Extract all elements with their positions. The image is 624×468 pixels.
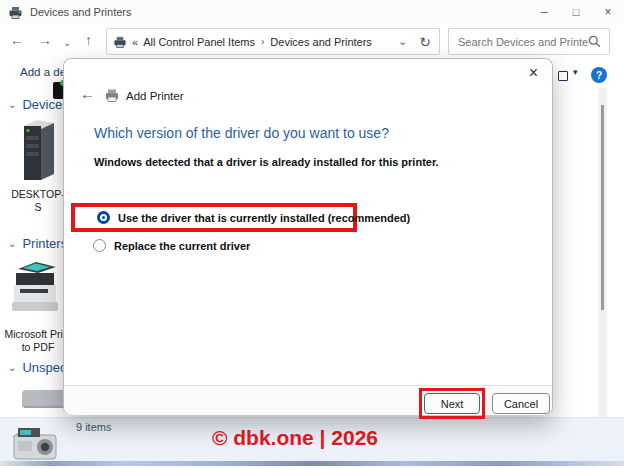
address-bar: ← → ⌄ ↑ « All Control Panel Items › Devi… [0, 24, 624, 58]
dialog-description: Windows detected that a driver is alread… [94, 156, 439, 168]
breadcrumb-collapse-icon[interactable]: « [132, 36, 138, 48]
radio-use-current-driver[interactable] [97, 211, 110, 224]
vertical-scrollbar[interactable] [598, 88, 607, 418]
next-button[interactable]: Next [424, 393, 480, 414]
radio-replace-driver[interactable] [93, 239, 106, 252]
breadcrumb-separator-icon: › [261, 36, 264, 47]
option-replace-driver-row: Replace the current driver [93, 239, 250, 252]
chevron-down-icon: ⌄ [8, 362, 16, 373]
unspecified-device-icon[interactable] [22, 390, 68, 408]
address-box[interactable]: « All Control Panel Items › Devices and … [106, 28, 440, 55]
chevron-down-icon: ⌄ [8, 238, 16, 249]
breadcrumb-devices-and-printers[interactable]: Devices and Printers [270, 36, 372, 48]
maximize-button[interactable]: □ [560, 0, 592, 24]
section-devices[interactable]: ⌄ Devices [8, 97, 69, 112]
search-box[interactable] [448, 28, 610, 55]
cancel-button[interactable]: Cancel [492, 393, 550, 414]
recent-pages-dropdown-icon[interactable]: ⌄ [63, 34, 71, 52]
section-printers[interactable]: ⌄ Printers [8, 236, 67, 251]
forward-icon[interactable]: → [38, 31, 52, 49]
section-devices-label: Devices [22, 97, 68, 112]
chevron-down-icon: ⌄ [8, 99, 16, 110]
devices-and-printers-app-icon [8, 5, 23, 20]
option-replace-driver-label[interactable]: Replace the current driver [114, 240, 250, 252]
desktop-wallpaper-strip [0, 461, 624, 466]
option-use-current-driver-highlight: Use the driver that is currently install… [71, 203, 357, 232]
dialog-title: Add Printer [126, 90, 184, 102]
scrollbar-thumb[interactable] [601, 105, 604, 310]
window-title: Devices and Printers [30, 6, 132, 18]
dialog-back-icon[interactable]: ← [80, 85, 95, 102]
dialog-close-icon[interactable]: × [529, 64, 538, 82]
status-bar: 9 items © dbk.one | 2026 [0, 417, 624, 461]
address-dropdown-icon[interactable]: ⌄ [398, 35, 407, 48]
view-options-icon[interactable] [558, 71, 568, 81]
dialog-heading: Which version of the driver do you want … [94, 125, 389, 141]
section-printers-label: Printers [22, 236, 67, 251]
search-icon [588, 35, 601, 48]
breadcrumb-all-control-panel-items[interactable]: All Control Panel Items [143, 36, 255, 48]
next-button-highlight: Next [419, 388, 485, 419]
printer-icon[interactable] [10, 258, 62, 316]
title-bar: Devices and Printers – □ × [0, 0, 624, 24]
option-use-current-driver-label[interactable]: Use the driver that is currently install… [118, 212, 410, 224]
watermark: © dbk.one | 2026 [0, 426, 590, 450]
view-options-caret-icon[interactable]: ▾ [573, 67, 578, 77]
up-icon[interactable]: ↑ [85, 31, 92, 49]
breadcrumb-app-icon [113, 35, 127, 49]
refresh-icon[interactable]: ↻ [419, 34, 431, 50]
desktop-computer-icon[interactable] [20, 118, 56, 184]
help-icon[interactable]: ? [591, 67, 607, 83]
minimize-button[interactable]: – [528, 0, 560, 24]
close-button[interactable]: × [592, 0, 624, 24]
back-icon[interactable]: ← [10, 31, 24, 49]
camera-device-icon[interactable] [10, 423, 58, 463]
search-input[interactable] [458, 36, 588, 48]
add-printer-dialog: × ← Add Printer Which version of the dri… [63, 58, 553, 415]
add-printer-icon [104, 87, 120, 103]
